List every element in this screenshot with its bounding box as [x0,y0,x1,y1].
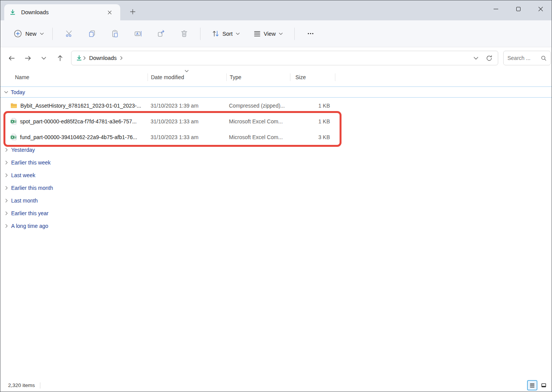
delete-button[interactable] [175,26,193,42]
file-row-fund-csv[interactable]: a fund_part-00000-39410462-22a9-4b75-afb… [0,129,552,145]
column-separator[interactable] [335,73,335,81]
chevron-right-icon [5,211,8,215]
file-list: Today Bybit_AssetHistory_8781621_2023-01… [0,86,552,232]
file-date: 31/10/2023 1:33 am [148,134,226,140]
file-name: spot_part-00000-ed85f2ca-f7fd-4781-a3e6-… [20,118,137,125]
group-header-today[interactable]: Today [0,86,552,98]
chevron-right-icon [5,148,8,152]
minimize-button[interactable] [485,0,507,17]
address-bar[interactable]: Downloads [71,51,498,65]
recent-locations-button[interactable] [36,50,52,66]
search-input[interactable] [507,55,541,61]
minimize-icon [494,9,498,9]
file-row-spot-csv[interactable]: a spot_part-00000-ed85f2ca-f7fd-4781-a3e… [0,113,552,129]
collapsed-groups: Yesterday Earlier this week Last week Ea… [0,143,552,232]
maximize-icon [516,7,521,11]
file-row-zip[interactable]: Bybit_AssetHistory_8781621_2023-01-01_20… [0,98,552,113]
close-button[interactable] [529,0,552,17]
large-thumbnails-view-button[interactable] [539,380,549,390]
rename-button[interactable] [129,26,147,42]
see-more-button[interactable] [302,26,320,42]
file-name-cell: a spot_part-00000-ed85f2ca-f7fd-4781-a3e… [0,118,148,125]
tab-title: Downloads [21,9,49,15]
file-name-cell: a fund_part-00000-39410462-22a9-4b75-afb… [0,134,148,140]
new-button[interactable]: New [10,27,48,41]
group-label: Last month [11,198,38,204]
column-header-type[interactable]: Type [227,74,290,80]
group-header-earlier-this-year[interactable]: Earlier this year [0,207,552,219]
share-button[interactable] [152,26,170,42]
sort-icon [212,30,219,37]
details-view-button[interactable] [527,380,537,390]
forward-button[interactable] [20,50,36,66]
group-header-a-long-time-ago[interactable]: A long time ago [0,219,552,232]
breadcrumb-chevron-icon [83,56,86,60]
sort-button-label: Sort [222,31,233,37]
view-button-label: View [264,31,276,37]
search-box[interactable] [503,51,551,65]
breadcrumb-chevron-icon[interactable] [120,56,123,60]
group-label: Yesterday [11,147,35,153]
column-header-name[interactable]: Name [0,74,148,80]
cut-icon [65,30,73,38]
command-toolbar: New [0,20,552,47]
back-button[interactable] [3,50,20,66]
file-date: 31/10/2023 1:39 am [148,103,226,109]
group-label: Today [11,89,25,95]
view-toggles [527,380,549,390]
paste-icon [111,30,119,38]
group-header-earlier-this-month[interactable]: Earlier this month [0,181,552,194]
refresh-button[interactable] [482,52,496,64]
search-icon [541,55,547,61]
group-header-last-month[interactable]: Last month [0,194,552,207]
column-headers: Name Date modified Type Size [0,69,552,86]
view-button[interactable]: View [249,27,287,40]
svg-text:a: a [15,136,16,138]
copy-button[interactable] [83,26,101,42]
delete-icon [180,30,188,38]
new-plus-icon [14,30,22,38]
up-button[interactable] [52,50,68,66]
group-header-earlier-this-week[interactable]: Earlier this week [0,156,552,169]
status-divider [40,382,40,389]
chevron-down-icon [4,91,8,93]
chevron-right-icon [5,224,8,228]
tab-close-icon[interactable] [104,7,115,18]
cut-button[interactable] [60,26,78,42]
file-size: 3 KB [289,134,334,140]
group-header-yesterday[interactable]: Yesterday [0,143,552,156]
group-label: Earlier this year [11,210,48,216]
group-header-last-week[interactable]: Last week [0,169,552,181]
toolbar-divider [200,28,201,40]
file-size: 1 KB [289,103,334,109]
thumbnails-view-icon [541,382,547,388]
tab-downloads[interactable]: Downloads [4,4,120,20]
toolbar-divider [294,28,295,40]
excel-file-icon: a [10,134,17,140]
paste-button[interactable] [106,26,124,42]
new-tab-button[interactable] [126,5,139,18]
address-row: Downloads [0,47,552,69]
file-explorer-window: Downloads [0,0,552,392]
details-view-icon [529,382,535,388]
column-header-size[interactable]: Size [290,74,335,80]
file-type: Microsoft Excel Com... [226,118,289,125]
chevron-down-icon [40,33,44,35]
chevron-right-icon [5,186,8,190]
address-dropdown-button[interactable] [469,52,482,64]
rename-icon [134,30,142,38]
file-date: 31/10/2023 1:33 am [148,118,226,125]
file-size: 1 KB [289,118,334,125]
sort-button[interactable]: Sort [207,27,244,40]
zip-folder-icon [10,103,17,108]
chevron-right-icon [5,199,8,203]
column-header-date-modified[interactable]: Date modified [148,74,226,80]
share-icon [157,30,165,38]
maximize-button[interactable] [507,0,529,17]
file-name: fund_part-00000-39410462-22a9-4b75-afb1-… [20,134,137,140]
plus-icon [130,9,136,15]
chevron-down-icon [41,57,46,60]
breadcrumb-downloads[interactable]: Downloads [89,55,117,61]
group-label: Earlier this week [11,159,51,166]
excel-file-icon: a [10,118,17,125]
